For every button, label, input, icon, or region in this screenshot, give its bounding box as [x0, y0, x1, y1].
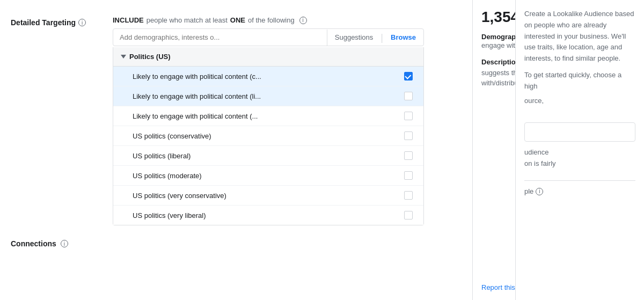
list-item[interactable]: US politics (very conservative) — [113, 186, 423, 206]
item-checkbox[interactable] — [404, 72, 413, 81]
list-item[interactable]: US politics (liberal) — [113, 146, 423, 166]
list-item[interactable]: US politics (very liberal) — [113, 206, 423, 225]
category-name: Politics (US) — [129, 53, 171, 61]
connections-info-icon[interactable]: i — [61, 240, 68, 247]
list-item[interactable]: US politics (moderate) — [113, 166, 423, 186]
item-label: US politics (moderate) — [133, 172, 202, 180]
detailed-targeting-label: Detailed Targeting — [11, 18, 76, 27]
aside-people-note: ple i — [524, 180, 635, 197]
connections-section: Connections i — [0, 231, 472, 257]
item-label: US politics (liberal) — [133, 152, 191, 160]
targeting-search-bar: Suggestions | Browse — [113, 28, 424, 46]
browse-button[interactable]: Browse — [383, 29, 423, 46]
suggestions-button[interactable]: Suggestions — [327, 29, 381, 46]
list-item[interactable]: Likely to engage with political content … — [113, 86, 423, 106]
list-item[interactable]: Likely to engage with political content … — [113, 106, 423, 126]
item-label: Likely to engage with political content … — [133, 112, 258, 120]
item-label: US politics (very conservative) — [133, 192, 226, 200]
aside-text-1: Create a Lookalike Audience based on peo… — [524, 9, 635, 64]
dropdown-list: Politics (US) Likely to engage with poli… — [113, 47, 424, 225]
item-label: US politics (conservative) — [133, 132, 211, 140]
aside-text-3: ource, — [524, 96, 635, 107]
aside-input-box — [524, 122, 635, 142]
item-checkbox[interactable] — [404, 92, 413, 100]
item-label: US politics (very liberal) — [133, 211, 206, 219]
list-item[interactable]: Likely to engage with political content … — [113, 67, 423, 86]
item-checkbox[interactable] — [404, 191, 413, 200]
item-checkbox[interactable] — [404, 211, 413, 219]
item-label: Likely to engage with political content … — [133, 72, 261, 81]
connections-label: Connections — [11, 239, 56, 248]
item-checkbox[interactable] — [404, 171, 413, 180]
detailed-targeting-info-icon[interactable]: i — [78, 19, 86, 26]
targeting-search-input[interactable] — [113, 29, 327, 46]
list-item[interactable]: US politics (conservative) — [113, 126, 423, 146]
include-description: INCLUDE people who match at least ONE of… — [113, 16, 424, 24]
item-checkbox[interactable] — [404, 131, 413, 140]
aside-panel: Create a Lookalike Audience based on peo… — [515, 0, 644, 300]
item-checkbox[interactable] — [404, 151, 413, 160]
category-header[interactable]: Politics (US) — [113, 47, 423, 67]
aside-people-info-icon[interactable]: i — [536, 188, 543, 195]
item-label: Likely to engage with political content … — [133, 92, 261, 100]
detailed-targeting-section: Detailed Targeting i INCLUDE people who … — [0, 11, 472, 231]
item-checkbox[interactable] — [404, 112, 413, 120]
aside-text-2: To get started quickly, choose a high — [524, 70, 635, 92]
collapse-icon — [121, 55, 126, 58]
aside-audience-note: udience — [524, 147, 635, 158]
aside-audience-note2: on is fairly — [524, 158, 635, 170]
include-info-icon[interactable]: i — [299, 17, 307, 24]
